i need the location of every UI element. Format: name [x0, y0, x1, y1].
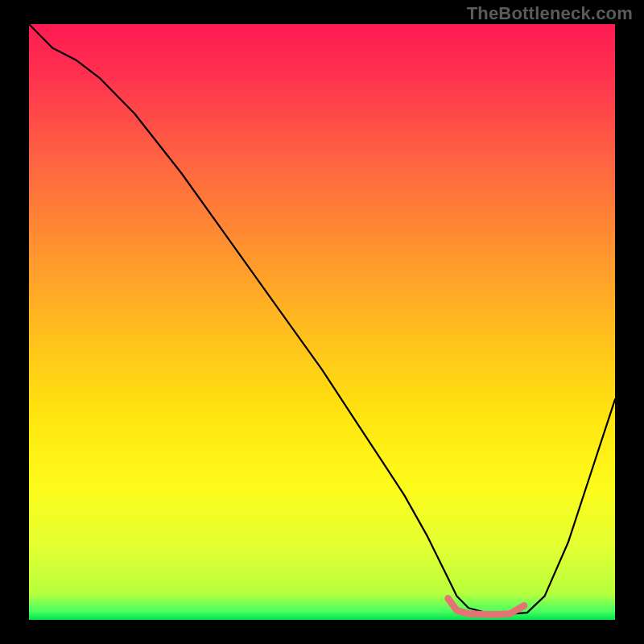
bottleneck-curve	[29, 24, 615, 620]
chart-frame: TheBottleneck.com	[0, 0, 644, 644]
plot-area	[29, 24, 615, 620]
watermark-text: TheBottleneck.com	[467, 3, 633, 24]
